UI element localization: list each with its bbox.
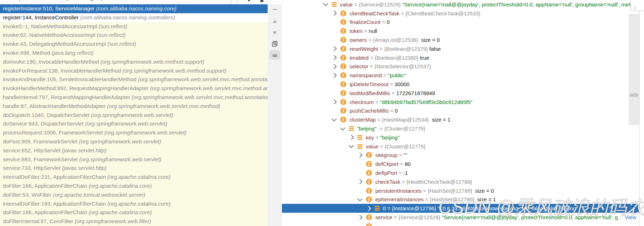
- variable-row[interactable]: "beijing" -> {Cluster@12775}: [282, 124, 639, 133]
- variable-row[interactable]: fsitegroup = "": [282, 151, 639, 160]
- variable-text: size = 0: [418, 37, 440, 43]
- variable-text: =: [399, 161, 405, 167]
- stack-frame-row[interactable]: service:733, HttpServlet (javax.servlet.…: [0, 164, 268, 173]
- variable-row[interactable]: fservice = {Service@12529} "Service{name…: [282, 213, 639, 222]
- chevron-down-icon[interactable]: [323, 1, 328, 6]
- stack-frame-row[interactable]: internalDoFilter:231, ApplicationFilterC…: [0, 173, 268, 182]
- variable-text: =: [379, 143, 385, 149]
- variable-row[interactable]: fcheckTask = {HealthCheckTask@12788}: [282, 177, 639, 186]
- variable-row[interactable]: fnamespaceId = "public": [282, 71, 639, 80]
- stack-frame-row[interactable]: doFilter:166, ApplicationFilterChain (or…: [0, 208, 268, 217]
- infinity-icon[interactable]: ∞: [268, 50, 282, 60]
- stack-frame-row[interactable]: invoke0:-1, NativeMethodAccessorImpl (su…: [0, 22, 268, 31]
- chevron-right-icon[interactable]: [332, 11, 337, 16]
- variable-text: clientBeatCheckTask: [350, 10, 399, 16]
- stack-frame-row[interactable]: invoke:498, Method (java.lang.reflect): [0, 49, 268, 58]
- chevron-right-icon[interactable]: [357, 153, 362, 158]
- stack-frame-row[interactable]: register:144, InstanceController (com.al…: [0, 13, 268, 22]
- field-icon: f: [366, 161, 372, 167]
- chevron-right-icon[interactable]: [332, 64, 337, 69]
- stack-frame-row[interactable]: invoke:62, NativeMethodAccessorImpl (sun…: [0, 31, 268, 40]
- variable-row[interactable]: key = "beijing": [282, 133, 639, 142]
- variable-row[interactable]: fdefIpPort = -1: [282, 168, 639, 177]
- stack-frame-row[interactable]: invoke:43, DelegatingMethodAccessorImpl …: [0, 40, 268, 49]
- variable-text: {Cluster@12775}: [385, 143, 425, 149]
- variable-row[interactable]: fenabled = {Boolean@12380} true: [282, 53, 639, 62]
- variable-text: resetWeight: [350, 46, 378, 52]
- variable-text: =: [367, 37, 373, 43]
- stack-frame-row[interactable]: internalDoFilter:193, ApplicationFilterC…: [0, 200, 268, 208]
- variable-row[interactable]: fresetWeight = {Boolean@12379} false: [282, 44, 639, 53]
- stack-frame-row[interactable]: doFilterInternal:97, CorsFilter (org.spr…: [0, 217, 268, 226]
- variable-text: {HashMap@12534}: [382, 117, 429, 123]
- variable-text: "public": [388, 72, 406, 78]
- stack-frame-row[interactable]: doFilter:166, ApplicationFilterChain (or…: [0, 182, 268, 191]
- variable-row[interactable]: fpushCacheMillis = 0: [282, 107, 639, 116]
- chevron-down-icon[interactable]: [349, 143, 354, 148]
- frame-package: (org.apache.catalina.core): [106, 201, 171, 207]
- variable-row[interactable]: flastModifiedMillis = 1722671878849: [282, 89, 639, 98]
- variable-row[interactable]: ffinalizeCount = 0: [282, 18, 639, 27]
- frame-location: doPost:909, FrameworkServlet: [3, 138, 78, 144]
- chevron-right-icon[interactable]: [357, 215, 362, 220]
- chevron-down-icon[interactable]: [357, 196, 362, 201]
- frame-location: invoke0:-1, NativeMethodAccessorImpl: [3, 23, 97, 29]
- stack-frame-row[interactable]: invokeForRequest:138, InvocableHandlerMe…: [0, 67, 268, 75]
- scrollbar-thumb[interactable]: [629, 14, 639, 125]
- variable-text: {Service@12529}: [359, 1, 402, 8]
- chevron-down-icon[interactable]: [247, 0, 251, 2]
- stack-frame-row[interactable]: service:883, FrameworkServlet (org.sprin…: [0, 155, 268, 164]
- variable-row[interactable]: fephemeralInstances = {HashSet@12790} si…: [282, 195, 639, 204]
- variable-row[interactable]: fchecksum = "d8b94b97fad57549ff3c0b0c912…: [282, 98, 639, 107]
- stack-frame-row[interactable]: registerInstance:510, ServiceManager (co…: [0, 4, 268, 13]
- variable-row[interactable]: f: [282, 222, 639, 226]
- chevron-right-icon[interactable]: [366, 206, 371, 211]
- variable-row[interactable]: fclusterMap = {HashMap@12534} size = 1: [282, 115, 639, 124]
- variable-row[interactable]: fclientBeatCheckTask = {ClientBeatCheckT…: [282, 9, 639, 18]
- scroll-up-icon[interactable]: [268, 19, 282, 24]
- thread-selector[interactable]: "http-nio-8848-exec-1"@9,796 in group "m…: [0, 0, 231, 4]
- variable-row[interactable]: fdefCkport = 80: [282, 159, 639, 168]
- stack-frame-row[interactable]: doInvoke:190, InvocableHandlerMethod (or…: [0, 58, 268, 67]
- stack-frame-row[interactable]: handleInternal:797, RequestMappingHandle…: [0, 93, 268, 102]
- stack-frame-row[interactable]: service:652, HttpServlet (javax.servlet.…: [0, 146, 268, 155]
- variable-row[interactable]: fselector = {NoneSelector@12537}: [282, 62, 639, 71]
- chevron-right-icon[interactable]: [332, 99, 337, 104]
- variable-text: =: [424, 196, 430, 202]
- variable-text: =: [399, 10, 405, 16]
- variable-row[interactable]: fipDeleteTimeout = 30000: [282, 80, 639, 89]
- stack-frame-row[interactable]: handle:87, AbstractHandlerMethodAdapter …: [0, 102, 268, 111]
- variable-row[interactable]: ftoken = null: [282, 26, 639, 35]
- stack-frame-row[interactable]: doDispatch:1040, DispatcherServlet (org.…: [0, 111, 268, 120]
- minus-icon[interactable]: [268, 6, 282, 12]
- frame-package: (org.apache.catalina.core): [87, 183, 152, 189]
- chevron-right-icon[interactable]: [332, 55, 337, 60]
- edge-text-fragment: ade: [630, 92, 639, 98]
- stack-frame-row[interactable]: processRequest:1006, FrameworkServlet (o…: [0, 128, 268, 137]
- stack-frame-row[interactable]: doPost:909, FrameworkServlet (org.spring…: [0, 137, 268, 146]
- variable-row[interactable]: value = {Service@12529} "Service{name='m…: [282, 0, 639, 9]
- toolbar-icon-fragment[interactable]: [260, 0, 263, 2]
- chevron-down-icon[interactable]: [332, 117, 337, 122]
- stack-frame-row[interactable]: invokeAndHandle:105, ServletInvocableHan…: [0, 75, 268, 84]
- variable-text: "": [404, 152, 408, 158]
- chevron-right-icon[interactable]: [332, 73, 337, 78]
- variable-row[interactable]: 0 = {Instance@12796} "10.6.33.23:8063:un…: [282, 204, 639, 213]
- field-icon: f: [340, 72, 346, 78]
- variable-row[interactable]: fpersistentInstances = {HashSet@12789} s…: [282, 186, 639, 195]
- variable-text: selector: [350, 63, 369, 69]
- chevron-right-icon[interactable]: [332, 46, 337, 51]
- variable-row[interactable]: value = {Cluster@12775}: [282, 142, 639, 151]
- variable-row[interactable]: fowners = {ArrayList@12536} size = 0: [282, 35, 639, 44]
- stack-frame-row[interactable]: doFilter:53, WsFilter (org.apache.tomcat…: [0, 191, 268, 200]
- stack-frame-row[interactable]: doService:943, DispatcherServlet (org.sp…: [0, 119, 268, 128]
- variable-text: "10.6.33.23:8063:unknown:beijing_1.0_fal…: [438, 205, 578, 211]
- copy-stack-icon[interactable]: [268, 40, 282, 47]
- chevron-right-icon[interactable]: [349, 135, 354, 140]
- scrollbar-track[interactable]: [640, 0, 644, 226]
- view-link[interactable]: View: [625, 214, 636, 220]
- scroll-down-icon[interactable]: [268, 30, 282, 36]
- chevron-right-icon[interactable]: [357, 179, 362, 184]
- stack-frame-row[interactable]: invokeHandlerMethod:892, RequestMappingH…: [0, 84, 268, 93]
- chevron-down-icon[interactable]: [340, 125, 345, 130]
